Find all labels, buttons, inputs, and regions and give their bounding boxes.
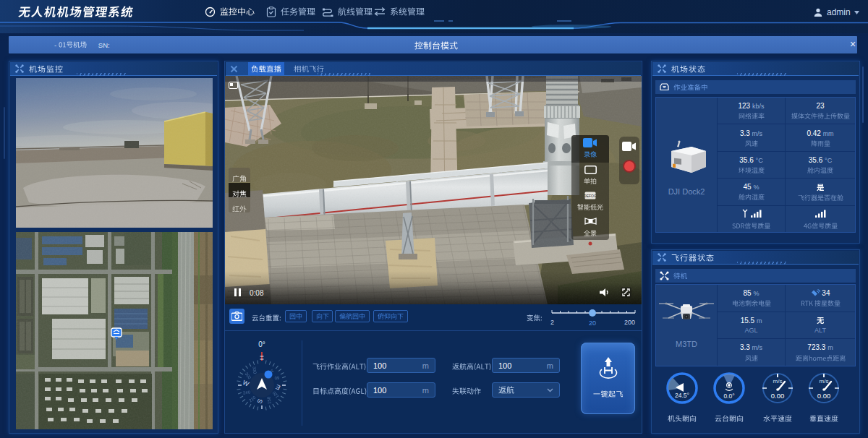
svg-text:2: 2 [550,319,554,326]
svg-text:W: W [242,379,250,388]
svg-text:60: 60 [274,376,280,381]
svg-text:m/s: m/s [820,378,829,385]
svg-text:0°: 0° [258,340,265,348]
svg-text:S: S [255,398,264,405]
svg-text:0.00: 0.00 [817,392,831,400]
svg-text:0.00: 0.00 [771,392,785,400]
svg-text:150: 150 [267,396,272,404]
svg-text:20: 20 [589,319,596,327]
svg-text:240: 240 [243,390,251,395]
svg-text:24.5°: 24.5° [675,392,689,399]
svg-text:0.0°: 0.0° [723,392,734,400]
svg-text:E: E [274,383,281,392]
svg-text:DEFOG: DEFOG [584,194,596,198]
svg-text:330: 330 [252,366,258,374]
svg-text:200: 200 [624,319,635,326]
svg-text:m/s: m/s [773,378,783,385]
